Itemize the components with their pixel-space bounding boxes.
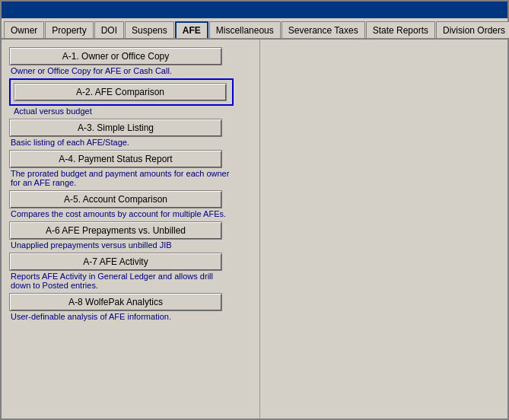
tab-state-reports[interactable]: State Reports <box>366 21 435 38</box>
report-button-a2[interactable]: A-2. AFE Comparison <box>14 83 227 101</box>
selected-wrapper-a2: A-2. AFE Comparison <box>9 78 234 106</box>
report-button-a5[interactable]: A-5. Account Comparison <box>9 190 222 208</box>
tab-owner[interactable]: Owner <box>4 21 44 38</box>
content-area: A-1. Owner or Office CopyOwner or Office… <box>2 40 507 418</box>
report-button-a6[interactable]: A-6 AFE Prepayments vs. Unbilled <box>9 221 222 240</box>
tab-afe[interactable]: AFE <box>175 21 208 38</box>
report-item-a2: A-2. AFE ComparisonActual versus budget <box>9 78 252 116</box>
tab-division-orders[interactable]: Division Orders <box>436 21 509 38</box>
reports-list: A-1. Owner or Office CopyOwner or Office… <box>2 40 260 418</box>
report-desc-a2: Actual versus budget <box>9 107 230 116</box>
tab-doi[interactable]: DOI <box>94 21 124 38</box>
tab-miscellaneous[interactable]: Miscellaneous <box>209 21 281 38</box>
report-button-a3[interactable]: A-3. Simple Listing <box>9 119 222 137</box>
report-item-a7: A-7 AFE ActivityReports AFE Activity in … <box>9 253 252 290</box>
report-desc-a7: Reports AFE Activity in General Ledger a… <box>9 272 230 290</box>
tab-suspens[interactable]: Suspens <box>125 21 174 38</box>
report-item-a5: A-5. Account ComparisonCompares the cost… <box>9 190 252 218</box>
report-button-a1[interactable]: A-1. Owner or Office Copy <box>9 47 222 65</box>
report-button-a4[interactable]: A-4. Payment Status Report <box>9 150 222 168</box>
report-desc-a4: The prorated budget and payment amounts … <box>9 169 230 187</box>
report-item-a1: A-1. Owner or Office CopyOwner or Office… <box>9 47 252 75</box>
report-button-a8[interactable]: A-8 WolfePak Analytics <box>9 293 222 311</box>
right-panel <box>260 40 507 418</box>
title-bar <box>2 2 507 18</box>
report-desc-a3: Basic listing of each AFE/Stage. <box>9 138 230 147</box>
report-item-a3: A-3. Simple ListingBasic listing of each… <box>9 119 252 147</box>
report-desc-a8: User-definable analysis of AFE informati… <box>9 312 230 321</box>
report-desc-a6: Unapplied prepayments versus unbilled JI… <box>9 240 230 250</box>
report-desc-a1: Owner or Office Copy for AFE or Cash Cal… <box>9 66 230 75</box>
tab-property[interactable]: Property <box>45 21 93 38</box>
tab-severance-taxes[interactable]: Severance Taxes <box>282 21 365 38</box>
report-item-a4: A-4. Payment Status ReportThe prorated b… <box>9 150 252 187</box>
tabs-bar: OwnerPropertyDOISuspensAFEMiscellaneousS… <box>2 18 507 40</box>
report-desc-a5: Compares the cost amounts by account for… <box>9 209 230 218</box>
report-button-a7[interactable]: A-7 AFE Activity <box>9 253 222 271</box>
main-window: OwnerPropertyDOISuspensAFEMiscellaneousS… <box>0 0 509 420</box>
report-item-a8: A-8 WolfePak AnalyticsUser-definable ana… <box>9 293 252 321</box>
report-item-a6: A-6 AFE Prepayments vs. UnbilledUnapplie… <box>9 221 252 250</box>
